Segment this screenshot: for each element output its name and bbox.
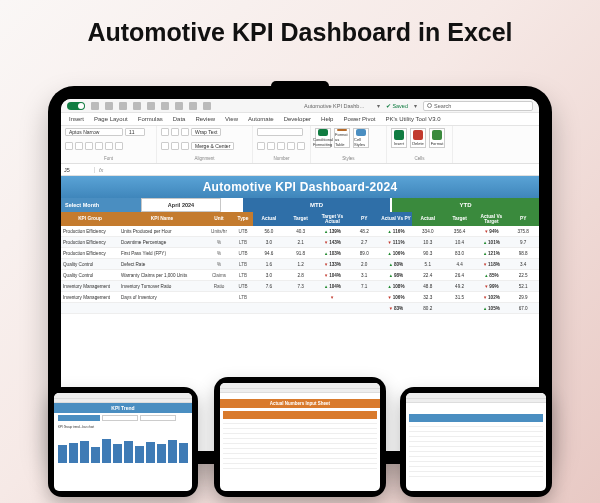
table-row[interactable]: Inventory ManagementDays of InventoryLTB… [61, 292, 539, 303]
mtd-header: MTD [243, 198, 390, 212]
table-row[interactable]: Quality ControlWarranty Claims per 1,000… [61, 270, 539, 281]
tablet-notch [271, 81, 329, 91]
table-row[interactable]: Quality ControlDefect Rate%LTB1.61.2▼133… [61, 259, 539, 270]
name-box[interactable]: J5 [61, 167, 95, 173]
dropdown-icon[interactable]: ▾ [414, 103, 417, 109]
preview-tablet-2: Actual Numbers Input Sheet [214, 377, 386, 497]
col-ytd-target: Target [444, 212, 476, 226]
border-button[interactable] [95, 142, 103, 150]
undo-icon[interactable] [105, 102, 113, 110]
dashboard-title: Automotive KPI Dashboard-2024 [61, 176, 539, 198]
search-placeholder: Search [434, 103, 451, 109]
table-row[interactable]: Inventory ManagementInventory Turnover R… [61, 281, 539, 292]
select-month-value[interactable]: April 2024 [141, 198, 221, 212]
group-label-number: Number [257, 156, 306, 161]
save-icon[interactable] [91, 102, 99, 110]
fill-color-button[interactable] [105, 142, 113, 150]
underline-button[interactable] [85, 142, 93, 150]
tab-review[interactable]: Review [195, 115, 215, 123]
bold-button[interactable] [65, 142, 73, 150]
preview-tablet-3 [400, 387, 552, 497]
decimal-dec-button[interactable] [297, 142, 305, 150]
insert-cells-button[interactable]: Insert [391, 128, 407, 148]
conditional-formatting-button[interactable]: Conditional Formatting [315, 128, 331, 148]
align-right-button[interactable] [181, 142, 189, 150]
group-label-alignment: Alignment [161, 156, 248, 161]
comma-button[interactable] [277, 142, 285, 150]
font-family-select[interactable]: Aptos Narrow [65, 128, 123, 136]
ribbon: Aptos Narrow 11 Font Wr [61, 126, 539, 164]
redo-icon[interactable] [119, 102, 127, 110]
qat-icon[interactable] [189, 102, 197, 110]
month-selector-row: Select Month April 2024 MTD YTD [61, 198, 539, 212]
decimal-inc-button[interactable] [287, 142, 295, 150]
percent-button[interactable] [267, 142, 275, 150]
tab-page-layout[interactable]: Page Layout [94, 115, 128, 123]
align-center-button[interactable] [171, 142, 179, 150]
col-mtd-py: PY [348, 212, 380, 226]
autosave-toggle[interactable] [67, 102, 85, 110]
col-ytd-actual: Actual [412, 212, 444, 226]
fx-label[interactable]: fx [95, 167, 107, 173]
tab-automate[interactable]: Automate [248, 115, 274, 123]
select-month-label: Select Month [61, 198, 141, 212]
col-kpi-name: KPI Name [119, 212, 205, 226]
currency-button[interactable] [257, 142, 265, 150]
col-mtd-target: Target [285, 212, 317, 226]
merge-center-button[interactable]: Merge & Center [191, 142, 234, 150]
dropdown-icon[interactable]: ▾ [377, 103, 380, 109]
qat-icon[interactable] [161, 102, 169, 110]
align-bottom-button[interactable] [181, 128, 189, 136]
align-mid-button[interactable] [171, 128, 179, 136]
table-row[interactable]: ▼83%80.2▲105%67.0 [61, 303, 539, 314]
delete-cells-button[interactable]: Delete [410, 128, 426, 148]
ribbon-tabs: Insert Page Layout Formulas Data Review … [61, 113, 539, 126]
page-title: Automotive KPI Dashboard in Excel [0, 18, 600, 47]
preview-tablet-1: KPI Trend KPI Group trend - bar chart [48, 387, 198, 497]
qat-icon[interactable] [203, 102, 211, 110]
col-mtd-tva: Target Vs Actual [317, 212, 349, 226]
tab-data[interactable]: Data [173, 115, 186, 123]
table-body: Production EfficiencyUnits Produced per … [61, 226, 539, 314]
mini2-title: Actual Numbers Input Sheet [220, 399, 380, 408]
col-ytd-tva: Actual Vs Target [475, 212, 507, 226]
tab-formulas[interactable]: Formulas [138, 115, 163, 123]
format-table-button[interactable]: Format as Table [334, 128, 350, 148]
wrap-text-button[interactable]: Wrap Text [191, 128, 221, 136]
quick-access-toolbar: Automotive KPI Dashb… ▾ ✔ Saved ▾ Search [61, 99, 539, 113]
table-row[interactable]: Production EfficiencyDowntime Percentage… [61, 237, 539, 248]
align-top-button[interactable] [161, 128, 169, 136]
italic-button[interactable] [75, 142, 83, 150]
tab-pk-utility[interactable]: PK's Utility Tool V3.0 [385, 115, 440, 123]
col-kpi-group: KPI Group [61, 212, 119, 226]
group-label-cells: Cells [391, 156, 448, 161]
tab-insert[interactable]: Insert [69, 115, 84, 123]
tab-power-pivot[interactable]: Power Pivot [343, 115, 375, 123]
font-size-select[interactable]: 11 [125, 128, 145, 136]
qat-icon[interactable] [175, 102, 183, 110]
mini1-chart [54, 431, 192, 465]
col-ytd-py: PY [507, 212, 539, 226]
table-row[interactable]: Production EfficiencyFirst Pass Yield (F… [61, 248, 539, 259]
qat-icon[interactable] [147, 102, 155, 110]
col-mtd-avp: Actual Vs PY [380, 212, 412, 226]
format-cells-button[interactable]: Format [429, 128, 445, 148]
align-left-button[interactable] [161, 142, 169, 150]
number-format-select[interactable] [257, 128, 303, 136]
search-icon [427, 103, 432, 108]
table-header: KPI Group KPI Name Unit Type Actual Targ… [61, 212, 539, 226]
table-row[interactable]: Production EfficiencyUnits Produced per … [61, 226, 539, 237]
formula-bar: J5 fx [61, 164, 539, 176]
cell-styles-button[interactable]: Cell Styles [353, 128, 369, 148]
col-type: Type [233, 212, 253, 226]
document-name[interactable]: Automotive KPI Dashb… [304, 103, 365, 109]
tab-view[interactable]: View [225, 115, 238, 123]
group-label-font: Font [65, 156, 152, 161]
tab-help[interactable]: Help [321, 115, 333, 123]
ytd-header: YTD [392, 198, 539, 212]
qat-icon[interactable] [133, 102, 141, 110]
tab-developer[interactable]: Developer [284, 115, 311, 123]
search-box[interactable]: Search [423, 101, 533, 111]
font-color-button[interactable] [115, 142, 123, 150]
group-label-styles: Styles [315, 156, 382, 161]
